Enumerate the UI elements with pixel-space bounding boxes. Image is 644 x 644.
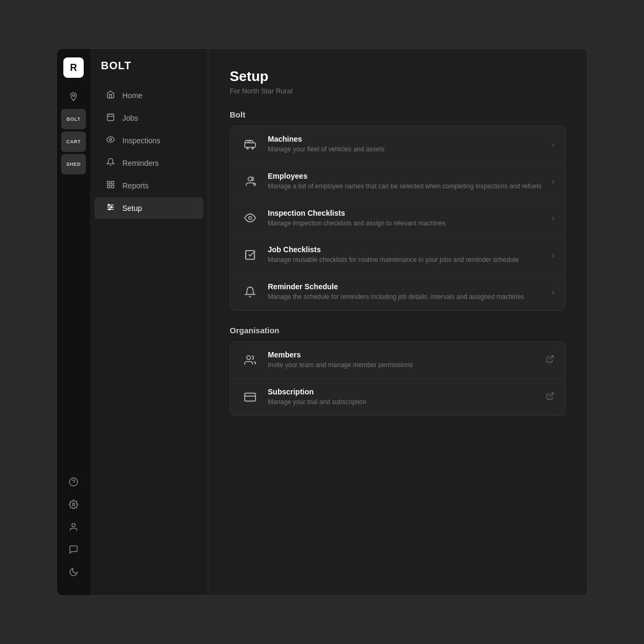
job-checklists-icon	[241, 246, 259, 264]
sidebar-setup-label: Setup	[122, 204, 142, 213]
subscription-item[interactable]: Subscription Manage your trial and subsc…	[230, 379, 565, 415]
rail-cart-button[interactable]: CART	[61, 131, 86, 152]
svg-point-7	[109, 138, 112, 141]
sidebar-reports-label: Reports	[122, 181, 149, 190]
svg-point-16	[111, 207, 112, 208]
job-checklists-desc: Manage reusable checklists for routine m…	[268, 255, 543, 265]
page-title: Setup	[230, 68, 566, 85]
inspection-checklists-title: Inspection Checklists	[268, 209, 543, 217]
svg-point-15	[108, 204, 109, 206]
reminder-schedule-arrow-icon: ›	[552, 288, 554, 296]
sidebar-item-jobs[interactable]: Jobs	[94, 107, 203, 129]
chat-icon[interactable]	[63, 539, 84, 560]
employees-arrow-icon: ›	[552, 177, 554, 186]
settings-icon[interactable]	[63, 494, 84, 515]
org-card-list: Members Invite your team and manage memb…	[230, 341, 566, 416]
svg-line-29	[550, 393, 553, 397]
subscription-desc: Manage your trial and subscription	[268, 398, 537, 407]
app-logo[interactable]: R	[63, 57, 84, 78]
sidebar-item-setup[interactable]: Setup	[94, 197, 203, 219]
svg-point-25	[247, 356, 251, 360]
employees-title: Employees	[268, 172, 543, 180]
svg-rect-23	[246, 251, 255, 260]
reminders-icon	[105, 158, 116, 169]
members-item[interactable]: Members Invite your team and manage memb…	[230, 342, 565, 379]
svg-point-21	[248, 177, 252, 180]
members-title: Members	[268, 350, 537, 359]
reminder-schedule-icon	[241, 283, 259, 301]
sidebar-brand: BOLT	[90, 60, 208, 85]
svg-point-20	[252, 148, 253, 149]
rail-location-icon[interactable]	[63, 86, 84, 107]
svg-point-22	[248, 217, 252, 220]
app-container: R BOLT CART SHED BOLT	[56, 48, 588, 596]
svg-line-26	[550, 356, 553, 360]
svg-rect-18	[245, 143, 255, 147]
profile-icon[interactable]	[63, 517, 84, 537]
subscription-title: Subscription	[268, 387, 537, 396]
machines-desc: Manage your fleet of vehicles and assets	[268, 145, 543, 154]
page-subtitle: For North Star Rural	[230, 87, 566, 95]
machines-item[interactable]: Machines Manage your fleet of vehicles a…	[230, 126, 565, 163]
svg-rect-11	[111, 185, 114, 188]
inspection-checklists-icon	[241, 209, 259, 227]
sidebar: BOLT Home Jobs Inspections	[90, 49, 208, 595]
jobs-icon	[105, 113, 116, 123]
svg-point-2	[72, 523, 75, 526]
job-checklists-arrow-icon: ›	[552, 251, 554, 259]
sidebar-home-label: Home	[122, 91, 142, 100]
svg-rect-9	[111, 181, 114, 184]
svg-rect-3	[107, 114, 114, 121]
subscription-external-icon	[546, 392, 554, 402]
machines-arrow-icon: ›	[552, 140, 554, 149]
members-external-icon	[546, 355, 554, 365]
svg-point-1	[72, 503, 75, 506]
svg-rect-10	[107, 185, 110, 188]
rail-shed-button[interactable]: SHED	[61, 154, 86, 174]
job-checklists-item[interactable]: Job Checklists Manage reusable checklist…	[230, 237, 565, 274]
svg-rect-27	[245, 393, 255, 401]
members-text: Members Invite your team and manage memb…	[268, 350, 537, 370]
darkmode-icon[interactable]	[63, 562, 84, 582]
reminder-schedule-item[interactable]: Reminder Schedule Manage the schedule fo…	[230, 274, 565, 310]
inspection-checklists-item[interactable]: Inspection Checklists Manage inspection …	[230, 200, 565, 237]
sidebar-nav: Home Jobs Inspections Reminders	[90, 85, 208, 584]
rail-bolt-button[interactable]: BOLT	[61, 109, 86, 129]
inspections-icon	[105, 135, 116, 146]
subscription-icon	[241, 388, 259, 406]
machines-text: Machines Manage your fleet of vehicles a…	[268, 135, 543, 154]
employees-icon	[241, 172, 259, 191]
sidebar-item-home[interactable]: Home	[94, 85, 203, 106]
bolt-card-list: Machines Manage your fleet of vehicles a…	[230, 126, 566, 311]
machines-icon	[241, 135, 259, 153]
svg-point-17	[109, 209, 111, 210]
job-checklists-title: Job Checklists	[268, 245, 543, 254]
org-section-label: Organisation	[230, 326, 566, 335]
setup-icon	[105, 203, 116, 214]
help-icon[interactable]	[63, 472, 84, 492]
sidebar-item-reminders[interactable]: Reminders	[94, 152, 203, 174]
svg-point-19	[247, 148, 248, 149]
reports-icon	[105, 180, 116, 191]
employees-desc: Manage a list of employee names that can…	[268, 182, 543, 191]
sidebar-jobs-label: Jobs	[122, 114, 138, 122]
reminder-schedule-text: Reminder Schedule Manage the schedule fo…	[268, 282, 543, 302]
bolt-section-label: Bolt	[230, 110, 566, 119]
job-checklists-text: Job Checklists Manage reusable checklist…	[268, 245, 543, 265]
sidebar-item-inspections[interactable]: Inspections	[94, 130, 203, 151]
main-content: Setup For North Star Rural Bolt Machines…	[208, 49, 587, 595]
sidebar-inspections-label: Inspections	[122, 136, 160, 145]
sidebar-reminders-label: Reminders	[122, 159, 159, 167]
employees-text: Employees Manage a list of employee name…	[268, 172, 543, 191]
icon-rail: R BOLT CART SHED	[57, 49, 90, 595]
reminder-schedule-desc: Manage the schedule for reminders includ…	[268, 292, 543, 302]
inspection-checklists-desc: Manage inspection checklists and assign …	[268, 219, 543, 228]
sidebar-item-reports[interactable]: Reports	[94, 175, 203, 196]
inspection-checklists-text: Inspection Checklists Manage inspection …	[268, 209, 543, 228]
reminder-schedule-title: Reminder Schedule	[268, 282, 543, 291]
members-desc: Invite your team and manage member permi…	[268, 361, 537, 370]
subscription-text: Subscription Manage your trial and subsc…	[268, 387, 537, 407]
home-icon	[105, 90, 116, 101]
employees-item[interactable]: Employees Manage a list of employee name…	[230, 163, 565, 200]
machines-title: Machines	[268, 135, 543, 143]
